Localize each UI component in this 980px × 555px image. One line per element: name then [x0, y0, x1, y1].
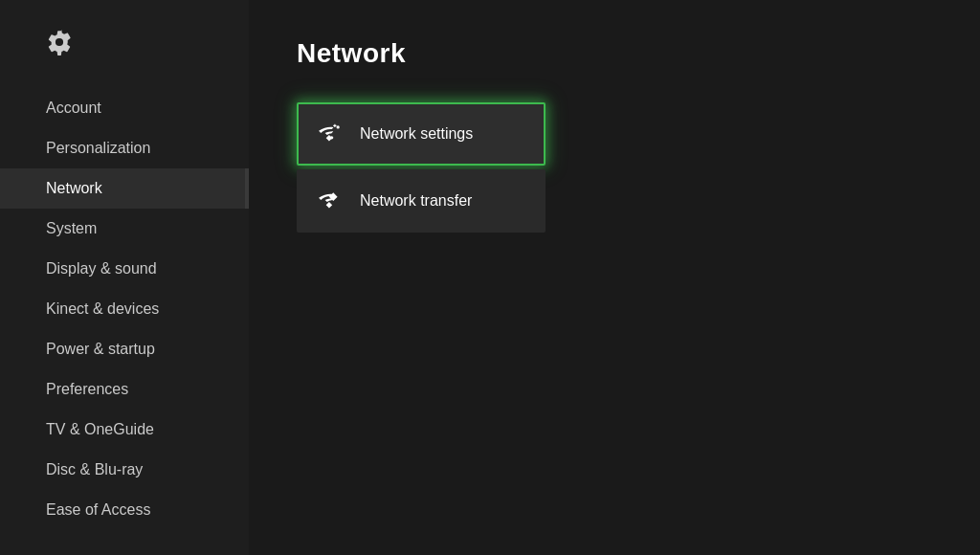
network-transfer-label: Network transfer	[360, 192, 472, 210]
main-content-area: Network Network settings Network transfe…	[249, 0, 980, 555]
sidebar-item-display-sound[interactable]: Display & sound	[0, 249, 249, 289]
network-settings-label: Network settings	[360, 125, 473, 143]
sidebar-item-disc-bluray[interactable]: Disc & Blu-ray	[0, 450, 249, 490]
sidebar-item-system[interactable]: System	[0, 209, 249, 249]
svg-point-0	[337, 125, 340, 128]
wifi-transfer-icon	[318, 189, 343, 213]
network-transfer-item[interactable]: Network transfer	[297, 169, 546, 233]
settings-gear-icon[interactable]	[0, 29, 249, 88]
network-settings-item[interactable]: Network settings	[297, 102, 546, 166]
sidebar-navigation: Account Personalization Network System D…	[0, 88, 249, 530]
sidebar-item-preferences[interactable]: Preferences	[0, 369, 249, 410]
network-menu-list: Network settings Network transfer	[297, 102, 546, 233]
wifi-settings-icon	[318, 122, 343, 146]
sidebar: Account Personalization Network System D…	[0, 0, 249, 555]
sidebar-item-personalization[interactable]: Personalization	[0, 128, 249, 168]
sidebar-item-power-startup[interactable]: Power & startup	[0, 329, 249, 369]
sidebar-item-ease-access[interactable]: Ease of Access	[0, 490, 249, 530]
sidebar-item-tv-oneguide[interactable]: TV & OneGuide	[0, 410, 249, 450]
page-title: Network	[297, 38, 932, 69]
sidebar-item-account[interactable]: Account	[0, 88, 249, 128]
sidebar-item-network[interactable]: Network	[0, 168, 249, 209]
sidebar-item-kinect-devices[interactable]: Kinect & devices	[0, 289, 249, 329]
